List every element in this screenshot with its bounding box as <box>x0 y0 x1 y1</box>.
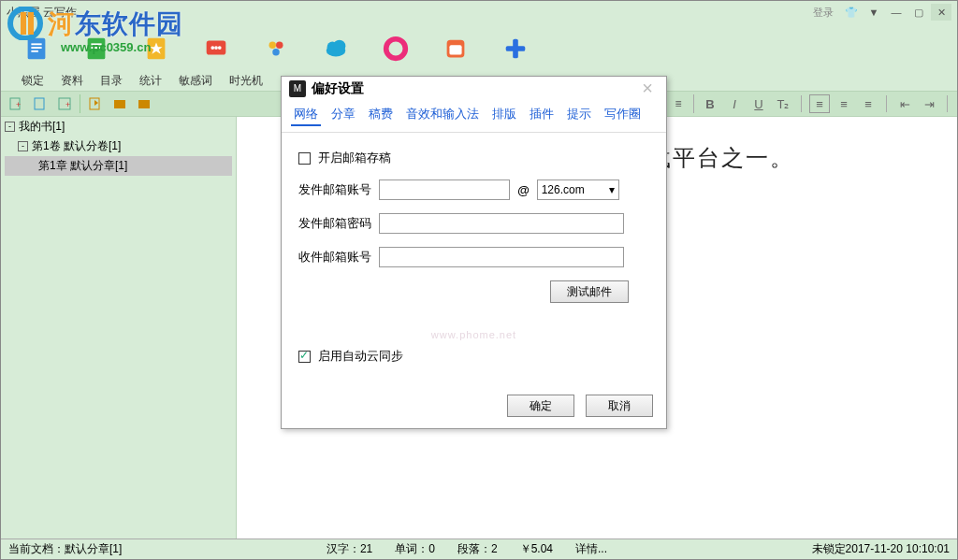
toolbar-notes-icon[interactable] <box>80 32 113 65</box>
dialog-body: 开启邮箱存稿 发件邮箱账号 @ 126.com ▾ 发件邮箱密码 收件邮箱账号 … <box>282 133 666 385</box>
menu-toc[interactable]: 目录 <box>100 73 123 89</box>
maximize-button[interactable]: ▢ <box>908 4 929 21</box>
subscript-button[interactable]: T₂ <box>773 94 793 113</box>
sender-account-label: 发件邮箱账号 <box>298 181 371 198</box>
tree-chapter[interactable]: 第1章 默认分章[1] <box>5 156 232 176</box>
tab-hint[interactable]: 提示 <box>564 104 594 126</box>
menu-sens[interactable]: 敏感词 <box>179 73 212 89</box>
window-titlebar: 小黑屋 云写作 登录 👕 ▼ — ▢ ✕ <box>1 1 957 23</box>
menu-stats[interactable]: 统计 <box>139 73 162 89</box>
close-button[interactable]: ✕ <box>931 4 951 21</box>
cancel-button[interactable]: 取消 <box>586 395 653 417</box>
svg-rect-24 <box>449 45 461 54</box>
sb-doc-icon[interactable] <box>31 94 50 113</box>
dialog-app-icon: M <box>289 80 306 97</box>
status-doc: 当前文档：默认分章[1] <box>8 541 122 557</box>
toolbar-calendar-icon[interactable] <box>439 32 472 65</box>
email-domain-combo[interactable]: 126.com ▾ <box>537 179 619 200</box>
separator <box>801 95 802 112</box>
svg-rect-9 <box>91 47 101 49</box>
sb-add-vol-icon[interactable]: + <box>55 94 74 113</box>
svg-point-16 <box>269 42 277 50</box>
align-center-button[interactable]: ≡ <box>834 94 854 113</box>
dialog-tabs: 网络 分章 稿费 音效和输入法 排版 插件 提示 写作圈 <box>282 100 666 133</box>
status-hanzi: 汉字：21 <box>327 541 372 557</box>
sender-account-input[interactable] <box>379 179 510 200</box>
dialog-titlebar: M 偏好设置 × <box>282 77 666 100</box>
svg-rect-26 <box>506 46 526 51</box>
tab-layout[interactable]: 排版 <box>489 104 519 126</box>
align-left-button[interactable]: ≡ <box>809 94 830 113</box>
italic-button[interactable]: I <box>724 94 745 113</box>
sb-export-icon[interactable] <box>86 94 105 113</box>
align-right-button[interactable]: ≡ <box>858 94 878 113</box>
recipient-account-input[interactable] <box>379 247 624 267</box>
skin-icon[interactable]: 👕 <box>841 4 862 21</box>
toolbar-cloud-icon[interactable] <box>319 32 353 65</box>
collapse-icon[interactable]: - <box>18 141 28 151</box>
sb-archive2-icon[interactable] <box>135 94 153 113</box>
tab-fee[interactable]: 稿费 <box>366 104 396 126</box>
separator <box>693 94 694 113</box>
sender-password-input[interactable] <box>379 213 624 234</box>
toolbar-palette-icon[interactable] <box>259 32 293 65</box>
at-symbol: @ <box>517 183 530 197</box>
menu-data[interactable]: 资料 <box>61 73 83 89</box>
toolbar-chat-icon[interactable] <box>199 32 233 65</box>
svg-point-18 <box>272 49 280 56</box>
status-paras: 段落：2 <box>457 541 498 557</box>
toolbar-ring-icon[interactable] <box>379 32 413 65</box>
toolbar-favorite-icon[interactable] <box>139 32 173 65</box>
indent-button[interactable]: ⇥ <box>919 94 939 113</box>
chevron-down-icon: ▾ <box>609 183 615 196</box>
status-money: ￥5.04 <box>520 541 553 557</box>
menu-time[interactable]: 时光机 <box>229 73 263 89</box>
svg-rect-29 <box>35 98 44 109</box>
cloud-sync-label: 启用自动云同步 <box>318 348 403 365</box>
svg-rect-6 <box>31 50 38 52</box>
svg-rect-33 <box>114 100 125 108</box>
cloud-sync-checkbox[interactable] <box>298 351 311 363</box>
dialog-title: 偏好设置 <box>312 80 364 97</box>
tab-chapter[interactable]: 分章 <box>328 104 358 126</box>
dialog-close-button[interactable]: × <box>636 78 659 100</box>
tree-volume[interactable]: - 第1卷 默认分卷[1] <box>1 136 236 156</box>
svg-point-14 <box>214 46 218 50</box>
separator <box>947 95 948 112</box>
toolbar-add-icon[interactable] <box>499 32 532 65</box>
tab-plugin[interactable]: 插件 <box>527 104 557 126</box>
sb-add-chapter-icon[interactable]: + <box>7 94 25 113</box>
email-draft-checkbox[interactable] <box>298 152 311 165</box>
sb-list-icon[interactable]: ≡ <box>669 94 688 113</box>
underline-button[interactable]: U <box>748 94 769 113</box>
test-email-button[interactable]: 测试邮件 <box>550 280 629 303</box>
toolbar-doc-icon[interactable] <box>20 32 53 65</box>
tab-audio[interactable]: 音效和输入法 <box>403 104 482 126</box>
recipient-account-label: 收件邮箱账号 <box>298 249 371 266</box>
tree-root[interactable]: - 我的书[1] <box>1 117 236 136</box>
status-detail[interactable]: 详情... <box>575 541 607 557</box>
minimize-button[interactable]: — <box>886 4 907 21</box>
dialog-watermark: www.phome.net <box>282 329 666 340</box>
sb-archive-icon[interactable] <box>110 94 129 113</box>
svg-text:+: + <box>16 100 21 109</box>
window-title: 小黑屋 云写作 <box>7 5 813 21</box>
email-draft-label: 开启邮箱存稿 <box>318 150 391 166</box>
separator <box>80 94 80 113</box>
status-lock: 未锁定2017-11-20 10:10:01 <box>812 541 950 557</box>
dropdown-icon[interactable]: ▼ <box>864 4 884 21</box>
tab-network[interactable]: 网络 <box>291 104 321 126</box>
svg-rect-8 <box>91 43 101 45</box>
tab-circle[interactable]: 写作圈 <box>602 104 644 126</box>
ok-button[interactable]: 确定 <box>507 395 574 417</box>
bold-button[interactable]: B <box>700 94 720 113</box>
editor-content[interactable]: 载平台之一。 <box>648 143 794 173</box>
login-link[interactable]: 登录 <box>813 6 834 20</box>
outdent-button[interactable]: ⇤ <box>894 94 915 113</box>
tree-chapter-label: 第1章 默认分章[1] <box>38 158 127 174</box>
collapse-icon[interactable]: - <box>5 122 15 132</box>
svg-rect-5 <box>31 47 41 49</box>
svg-point-13 <box>210 46 214 50</box>
menu-lock[interactable]: 锁定 <box>22 73 44 89</box>
status-words: 单词：0 <box>395 541 435 557</box>
